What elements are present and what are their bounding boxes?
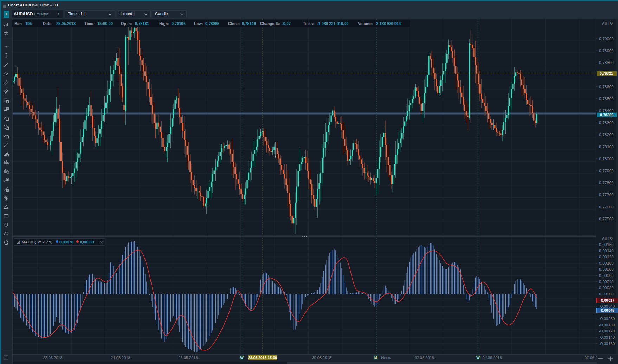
svg-text:28.05.2018 15:00: 28.05.2018 15:00 (248, 356, 277, 360)
svg-text:-0,00017: -0,00017 (600, 298, 614, 303)
svg-text:F: F (7, 127, 8, 129)
svg-text:0,77700: 0,77700 (599, 193, 614, 197)
svg-text:0,00160: 0,00160 (599, 242, 614, 247)
svg-text:0,78721: 0,78721 (600, 71, 613, 76)
svg-text:0,78200: 0,78200 (599, 132, 614, 137)
svg-text:0,00020: 0,00020 (599, 286, 614, 290)
svg-text:0,00040: 0,00040 (599, 280, 614, 284)
svg-text:24.05.2018: 24.05.2018 (111, 356, 130, 360)
svg-text:F: F (7, 136, 8, 138)
svg-text:-0,00080: -0,00080 (599, 317, 615, 321)
svg-text:-0,00048: -0,00048 (600, 308, 614, 312)
svg-text:F: F (7, 154, 8, 156)
svg-text:0,77600: 0,77600 (599, 205, 614, 209)
svg-text:-0,00160: -0,00160 (599, 342, 615, 346)
svg-text:0,00100: 0,00100 (599, 261, 614, 265)
svg-text:0,78500: 0,78500 (599, 97, 614, 101)
svg-text:F: F (7, 189, 8, 191)
svg-text:0,78800: 0,78800 (599, 60, 614, 65)
svg-text:0,00140: 0,00140 (599, 249, 614, 253)
svg-text:0,78100: 0,78100 (599, 145, 614, 149)
svg-text:AUTO: AUTO (602, 21, 613, 25)
svg-text:Июнь: Июнь (381, 356, 391, 360)
svg-text:-0,00120: -0,00120 (599, 329, 615, 333)
svg-text:0,77900: 0,77900 (599, 169, 614, 173)
svg-text:0,77800: 0,77800 (599, 181, 614, 185)
svg-text:0,00080: 0,00080 (599, 267, 614, 271)
svg-text:F: F (7, 100, 8, 103)
svg-text:0,78300: 0,78300 (599, 121, 614, 125)
svg-text:02.06.2018: 02.06.2018 (414, 356, 434, 360)
svg-text:0,78600: 0,78600 (599, 85, 614, 89)
svg-text:W: W (476, 356, 480, 360)
svg-text:0,00000: 0,00000 (599, 292, 614, 296)
svg-text:0,00120: 0,00120 (599, 255, 614, 259)
svg-text:0,77500: 0,77500 (599, 217, 614, 221)
svg-text:0,78000: 0,78000 (599, 157, 614, 161)
svg-text:0,78900: 0,78900 (599, 48, 614, 53)
svg-text:-0,00100: -0,00100 (599, 323, 615, 327)
svg-text:0,00060: 0,00060 (599, 273, 614, 278)
svg-text:04.06.2018: 04.06.2018 (482, 356, 502, 360)
svg-text:-0,00140: -0,00140 (599, 335, 615, 339)
svg-text:M: M (374, 356, 377, 360)
svg-text:0,79000: 0,79000 (599, 37, 614, 41)
svg-text:F: F (7, 118, 8, 121)
svg-text:0,78400: 0,78400 (599, 109, 614, 113)
svg-text:26.05.2018: 26.05.2018 (178, 356, 198, 360)
svg-text:AUTO: AUTO (602, 236, 613, 240)
svg-text:0,78385: 0,78385 (600, 113, 613, 117)
svg-text:F: F (7, 107, 8, 110)
svg-text:W: W (240, 356, 244, 360)
svg-text:30.05.2018: 30.05.2018 (312, 356, 331, 360)
svg-text:22.05.2018: 22.05.2018 (43, 356, 62, 360)
